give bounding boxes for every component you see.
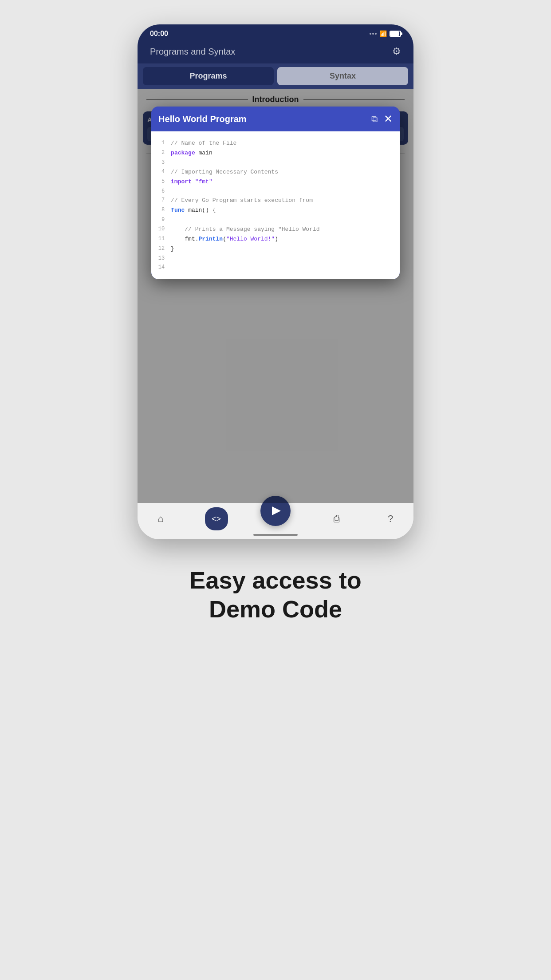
code-line-7: 7 // Every Go Program starts execution f… xyxy=(157,196,394,205)
code-line-10: 10 // Prints a Message saying "Hello Wor… xyxy=(157,225,394,234)
code-line-12: 12 } xyxy=(157,244,394,254)
code-button[interactable]: <> xyxy=(205,507,228,530)
code-line-4: 4 // Importing Necessary Contents xyxy=(157,167,394,177)
code-line-1: 1 // Name of the File xyxy=(157,138,394,148)
code-line-3: 3 xyxy=(157,158,394,167)
modal-copy-button[interactable]: ⧉ xyxy=(371,114,378,124)
app-header: Programs and Syntax ⚙ xyxy=(138,41,413,63)
phone-frame: 00:00 📶 Programs and Syntax ⚙ Programs S… xyxy=(138,24,413,539)
code-modal: Hello World Program ⧉ ✕ 1 // Name of the… xyxy=(151,107,400,279)
home-icon: ⌂ xyxy=(157,513,163,525)
status-bar: 00:00 📶 xyxy=(138,24,413,41)
modal-overlay[interactable]: Hello World Program ⧉ ✕ 1 // Name of the… xyxy=(138,89,413,503)
wifi-icon: 📶 xyxy=(379,30,387,37)
status-icons: 📶 xyxy=(370,30,401,37)
code-line-11: 11 fmt.Println("Hello World!") xyxy=(157,234,394,244)
modal-header: Hello World Program ⧉ ✕ xyxy=(151,107,400,131)
home-indicator xyxy=(253,534,298,536)
tagline-line2: Demo Code xyxy=(189,595,361,624)
code-icon: <> xyxy=(212,514,221,524)
chat-button[interactable]: ⎙ xyxy=(327,509,346,529)
app-title: Programs and Syntax xyxy=(150,47,235,57)
modal-title: Hello World Program xyxy=(158,114,247,124)
modal-close-button[interactable]: ✕ xyxy=(384,113,393,125)
tab-bar: Programs Syntax xyxy=(138,63,413,89)
battery-icon xyxy=(390,31,401,37)
modal-actions: ⧉ ✕ xyxy=(371,113,393,125)
code-content: 1 // Name of the File 2 package main 3 4… xyxy=(151,131,400,279)
code-line-8: 8 func main() { xyxy=(157,205,394,215)
tab-programs[interactable]: Programs xyxy=(143,67,274,85)
signal-icon xyxy=(370,33,377,35)
tagline-line1: Easy access to xyxy=(189,566,361,595)
home-button[interactable]: ⌂ xyxy=(151,509,170,529)
code-line-6: 6 xyxy=(157,187,394,196)
code-line-5: 5 import "fmt" xyxy=(157,177,394,187)
code-line-13: 13 xyxy=(157,254,394,263)
main-content: Introduction Array DataType ⧉ Show Progr… xyxy=(138,89,413,503)
tab-syntax[interactable]: Syntax xyxy=(277,67,408,85)
help-button[interactable]: ? xyxy=(381,509,400,529)
settings-icon[interactable]: ⚙ xyxy=(392,46,401,57)
chat-icon: ⎙ xyxy=(334,513,339,525)
help-icon: ? xyxy=(388,513,393,525)
code-line-9: 9 xyxy=(157,215,394,224)
bottom-nav: ⌂ <> ⎙ ? xyxy=(138,503,413,539)
code-line-14: 14 xyxy=(157,263,394,272)
tagline: Easy access to Demo Code xyxy=(189,566,361,624)
status-time: 00:00 xyxy=(150,30,168,38)
play-icon xyxy=(272,506,281,515)
code-line-2: 2 package main xyxy=(157,148,394,158)
